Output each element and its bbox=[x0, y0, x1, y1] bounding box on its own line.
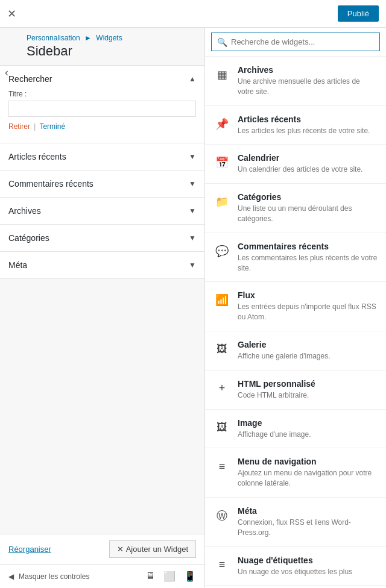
search-bar: 🔍 bbox=[205, 28, 386, 57]
widget-label-categories: Catégories bbox=[8, 233, 49, 243]
breadcrumb: Personnalisation ► Widgets bbox=[18, 28, 204, 42]
reorganiser-button[interactable]: Réorganiser bbox=[8, 545, 51, 554]
catalog-icon-nuage-etiquettes: ≡ bbox=[214, 557, 230, 574]
left-panel: ‹ Personnalisation ► Widgets Sidebar Rec… bbox=[0, 28, 205, 588]
catalog-text-articles-recents: Articles récents Les articles les plus r… bbox=[238, 114, 370, 136]
catalog-name-nuage-etiquettes: Nuage d'étiquettes bbox=[238, 555, 352, 565]
breadcrumb-parent[interactable]: Personnalisation bbox=[27, 34, 80, 42]
search-input[interactable] bbox=[211, 33, 380, 51]
catalog-item-image[interactable]: 🖼 Image Affichage d'une image. bbox=[205, 410, 386, 449]
catalog-icon-articles-recents: 📌 bbox=[214, 116, 230, 133]
widget-list: Rechercher ▲ Titre : Retirer | Terminé A… bbox=[0, 66, 204, 534]
hide-controls-label[interactable]: Masquer les controles bbox=[19, 572, 89, 581]
bottom-bar: Réorganiser ✕ Ajouter un Widget bbox=[0, 534, 204, 564]
catalog-icon-archives: ▦ bbox=[214, 66, 230, 83]
footer-bar: ◀ Masquer les controles 🖥 ⬜ 📱 bbox=[0, 564, 204, 588]
catalog-text-nuage-etiquettes: Nuage d'étiquettes Un nuage de vos étiqu… bbox=[238, 555, 352, 577]
catalog-item-nuage-etiquettes[interactable]: ≡ Nuage d'étiquettes Un nuage de vos éti… bbox=[205, 547, 386, 586]
widget-item-commentaires-recents[interactable]: Commentaires récents ▼ bbox=[0, 170, 204, 198]
add-widget-icon: ✕ bbox=[117, 545, 124, 554]
widget-label-rechercher: Rechercher bbox=[8, 74, 52, 84]
phone-icon[interactable]: 📱 bbox=[184, 571, 196, 582]
catalog-name-archives: Archives bbox=[238, 65, 378, 75]
page-title: Sidebar bbox=[18, 42, 204, 65]
widget-item-articles-recents[interactable]: Articles récents ▼ bbox=[0, 143, 204, 170]
catalog-icon-flux: 📶 bbox=[214, 292, 230, 308]
separator: | bbox=[34, 122, 36, 131]
widget-item-rechercher[interactable]: Rechercher ▲ Titre : Retirer | Terminé bbox=[0, 66, 204, 143]
widget-item-archives[interactable]: Archives ▼ bbox=[0, 198, 204, 225]
catalog-name-commentaires-recents: Commentaires récents bbox=[238, 242, 378, 251]
catalog-name-image: Image bbox=[238, 418, 311, 428]
chevron-down-icon: ▼ bbox=[189, 152, 196, 161]
catalog-icon-categories: 📁 bbox=[214, 193, 230, 210]
catalog-item-html-personnalise[interactable]: + HTML personnalisé Code HTML arbitraire… bbox=[205, 371, 386, 410]
back-button[interactable]: ‹ bbox=[0, 64, 13, 81]
chevron-down-icon-3: ▼ bbox=[189, 207, 196, 215]
breadcrumb-current: Widgets bbox=[96, 34, 122, 42]
catalog-text-html-personnalise: HTML personnalisé Code HTML arbitraire. bbox=[238, 379, 315, 401]
catalog-item-galerie[interactable]: 🖼 Galerie Affiche une galerie d'images. bbox=[205, 331, 386, 371]
catalog-icon-meta: Ⓦ bbox=[214, 507, 230, 524]
chevron-down-icon-4: ▼ bbox=[189, 234, 196, 242]
widget-header-archives: Archives ▼ bbox=[8, 206, 196, 216]
catalog-name-meta: Méta bbox=[238, 506, 378, 516]
catalog-desc-archives: Une archive mensuelle des articles de vo… bbox=[238, 77, 378, 97]
chevron-up-icon: ▲ bbox=[189, 75, 196, 83]
widget-item-categories[interactable]: Catégories ▼ bbox=[0, 225, 204, 252]
terminé-link[interactable]: Terminé bbox=[39, 122, 65, 131]
catalog-name-calendrier: Calendrier bbox=[238, 153, 362, 163]
catalog-text-calendrier: Calendrier Un calendrier des articles de… bbox=[238, 153, 362, 175]
chevron-down-icon-2: ▼ bbox=[189, 180, 196, 188]
widget-header-commentaires-recents: Commentaires récents ▼ bbox=[8, 179, 196, 189]
catalog-text-commentaires-recents: Commentaires récents Les commentaires le… bbox=[238, 242, 378, 274]
catalog-item-archives[interactable]: ▦ Archives Une archive mensuelle des art… bbox=[205, 57, 386, 106]
catalog-icon-image: 🖼 bbox=[214, 419, 230, 436]
widget-catalog: ▦ Archives Une archive mensuelle des art… bbox=[205, 57, 386, 588]
catalog-item-menu-navigation[interactable]: ≡ Menu de navigation Ajoutez un menu de … bbox=[205, 448, 386, 498]
catalog-desc-commentaires-recents: Les commentaires les plus récents de vot… bbox=[238, 253, 378, 274]
catalog-desc-articles-recents: Les articles les plus récents de votre s… bbox=[238, 126, 370, 136]
widget-header-articles-recents: Articles récents ▼ bbox=[8, 152, 196, 161]
right-panel: 🔍 ▦ Archives Une archive mensuelle des a… bbox=[205, 28, 386, 588]
title-label: Titre : bbox=[8, 90, 196, 98]
catalog-item-commentaires-recents[interactable]: 💬 Commentaires récents Les commentaires … bbox=[205, 233, 386, 283]
catalog-desc-meta: Connexion, flux RSS et liens Word-Press.… bbox=[238, 518, 378, 538]
left-header: ‹ Personnalisation ► Widgets Sidebar bbox=[0, 28, 204, 66]
widget-label-articles-recents: Articles récents bbox=[8, 152, 66, 161]
footer-icons: 🖥 ⬜ 📱 bbox=[145, 571, 196, 582]
tablet-icon[interactable]: ⬜ bbox=[163, 571, 176, 582]
publish-button[interactable]: Publié bbox=[338, 5, 379, 22]
catalog-text-meta: Méta Connexion, flux RSS et liens Word-P… bbox=[238, 506, 378, 538]
catalog-text-galerie: Galerie Affiche une galerie d'images. bbox=[238, 340, 331, 361]
retirer-link[interactable]: Retirer bbox=[8, 122, 30, 131]
catalog-desc-categories: Une liste ou un menu déroulant des catég… bbox=[238, 204, 378, 224]
widget-label-archives: Archives bbox=[8, 206, 41, 216]
catalog-name-categories: Catégories bbox=[238, 192, 378, 202]
main-layout: ‹ Personnalisation ► Widgets Sidebar Rec… bbox=[0, 28, 386, 588]
add-widget-button[interactable]: ✕ Ajouter un Widget bbox=[109, 540, 196, 558]
catalog-name-galerie: Galerie bbox=[238, 340, 331, 349]
catalog-text-flux: Flux Les entrées depuis n'importe quel f… bbox=[238, 290, 378, 322]
catalog-desc-image: Affichage d'une image. bbox=[238, 430, 311, 440]
catalog-icon-calendrier: 📅 bbox=[214, 154, 230, 171]
catalog-name-flux: Flux bbox=[238, 290, 378, 300]
catalog-item-flux[interactable]: 📶 Flux Les entrées depuis n'importe quel… bbox=[205, 282, 386, 331]
catalog-icon-html-personnalise: + bbox=[214, 380, 230, 397]
hide-controls-icon: ◀ bbox=[8, 572, 14, 581]
widget-label-meta: Méta bbox=[8, 260, 27, 270]
catalog-item-categories[interactable]: 📁 Catégories Une liste ou un menu déroul… bbox=[205, 184, 386, 233]
catalog-name-articles-recents: Articles récents bbox=[238, 114, 370, 124]
catalog-text-image: Image Affichage d'une image. bbox=[238, 418, 311, 440]
catalog-item-meta[interactable]: Ⓦ Méta Connexion, flux RSS et liens Word… bbox=[205, 498, 386, 547]
catalog-text-archives: Archives Une archive mensuelle des artic… bbox=[238, 65, 378, 97]
title-input[interactable] bbox=[8, 101, 196, 117]
widget-item-meta[interactable]: Méta ▼ bbox=[0, 252, 204, 279]
catalog-desc-menu-navigation: Ajoutez un menu de navigation pour votre… bbox=[238, 468, 378, 489]
catalog-item-articles-recents[interactable]: 📌 Articles récents Les articles les plus… bbox=[205, 106, 386, 145]
widget-label-commentaires-recents: Commentaires récents bbox=[8, 179, 93, 189]
catalog-item-calendrier[interactable]: 📅 Calendrier Un calendrier des articles … bbox=[205, 145, 386, 184]
close-button[interactable]: ✕ bbox=[7, 7, 16, 20]
widget-header-meta: Méta ▼ bbox=[8, 260, 196, 270]
monitor-icon[interactable]: 🖥 bbox=[145, 571, 155, 582]
